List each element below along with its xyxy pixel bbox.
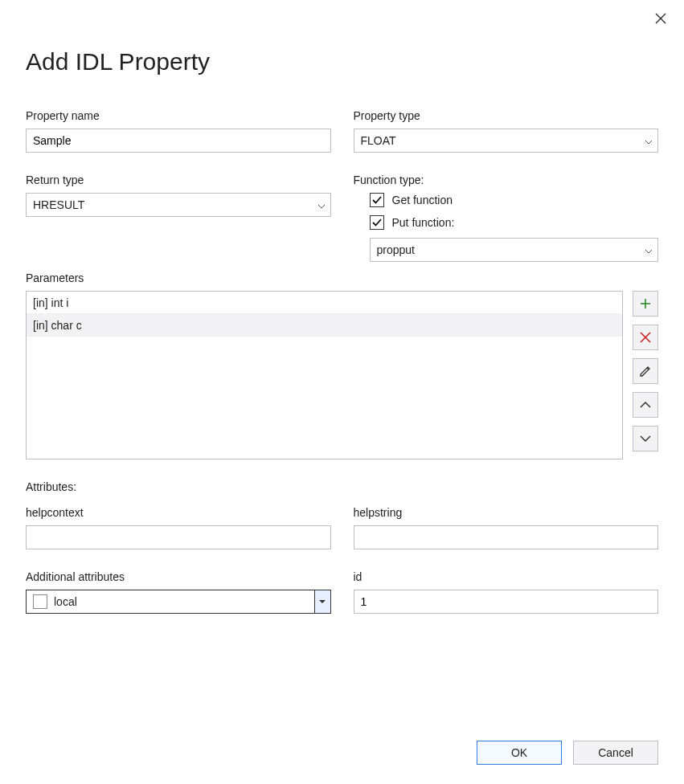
id-label: id (354, 570, 659, 583)
add-idl-property-dialog: Add IDL Property Property name Return ty… (0, 0, 684, 784)
ok-button[interactable]: OK (477, 741, 562, 765)
check-icon (372, 218, 382, 227)
helpstring-input[interactable] (354, 525, 659, 549)
move-up-button[interactable] (633, 392, 658, 418)
property-type-value: FLOAT (361, 134, 396, 147)
return-type-select[interactable]: HRESULT (26, 193, 331, 217)
property-type-select[interactable]: FLOAT (354, 129, 659, 153)
additional-attributes-select[interactable]: local (26, 590, 331, 614)
plus-icon (639, 297, 652, 310)
edit-parameter-button[interactable] (633, 358, 658, 384)
check-icon (372, 195, 382, 205)
parameters-listbox[interactable]: [in] int i [in] char c (26, 291, 623, 459)
return-type-label: Return type (26, 174, 331, 186)
additional-local-checkbox[interactable] (33, 594, 47, 609)
pencil-icon (639, 365, 652, 378)
chevron-down-icon (319, 600, 326, 604)
additional-attributes-label: Additional attributes (26, 570, 331, 583)
param-row[interactable]: [in] char c (27, 314, 622, 337)
function-type-label: Function type: (354, 174, 659, 186)
put-function-label: Put function: (392, 216, 455, 229)
parameters-label: Parameters (26, 272, 658, 284)
cancel-button[interactable]: Cancel (573, 741, 658, 765)
property-name-label: Property name (26, 109, 331, 122)
remove-parameter-button[interactable] (633, 325, 658, 350)
property-type-label: Property type (354, 109, 659, 122)
helpcontext-label: helpcontext (26, 506, 331, 519)
param-row[interactable]: [in] int i (27, 292, 622, 314)
close-button[interactable] (655, 13, 666, 27)
helpstring-label: helpstring (354, 506, 659, 519)
get-function-checkbox[interactable] (370, 193, 384, 207)
x-icon (640, 332, 651, 343)
add-parameter-button[interactable] (633, 291, 658, 316)
chevron-up-icon (640, 401, 651, 409)
additional-dropdown-button[interactable] (314, 590, 330, 613)
dialog-title: Add IDL Property (26, 48, 658, 76)
id-input[interactable] (354, 590, 659, 614)
property-name-input[interactable] (26, 129, 331, 153)
helpcontext-input[interactable] (26, 525, 331, 549)
put-function-checkbox[interactable] (370, 215, 384, 230)
get-function-label: Get function (392, 194, 453, 206)
attributes-label: Attributes: (26, 480, 658, 493)
move-down-button[interactable] (633, 426, 658, 451)
put-mode-select[interactable]: propput (370, 238, 659, 262)
chevron-down-icon (640, 435, 651, 443)
close-icon (655, 13, 666, 24)
return-type-value: HRESULT (33, 198, 84, 211)
put-mode-value: propput (377, 243, 415, 256)
additional-attributes-value: local (54, 595, 314, 608)
